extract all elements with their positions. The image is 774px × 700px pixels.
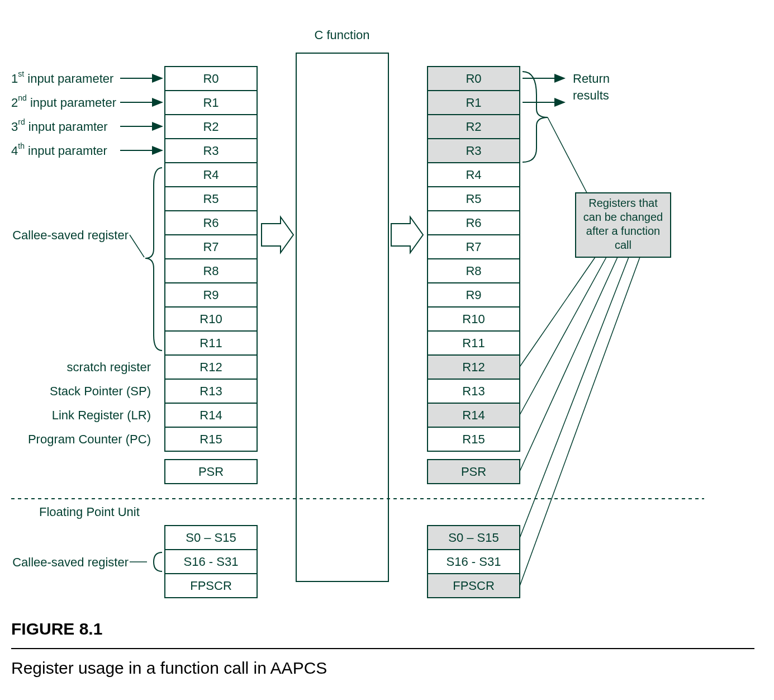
left-r2-label: R2 <box>203 120 219 134</box>
right-r9-label: R9 <box>466 288 481 302</box>
callee-saved-brace <box>145 168 162 351</box>
svg-line-8 <box>130 235 144 257</box>
right-r12-label: R12 <box>462 360 485 374</box>
note-line-4: call <box>615 239 631 251</box>
left-psr-label: PSR <box>198 465 224 479</box>
left-r5-label: R5 <box>203 192 219 206</box>
svg-line-14 <box>520 257 640 586</box>
pc-label: Program Counter (PC) <box>28 432 151 446</box>
right-r0-label: R0 <box>466 72 481 86</box>
svg-text:1st input parameter: 1st input parameter <box>11 69 113 86</box>
big-arrow-left <box>262 217 293 253</box>
left-r1-label: R1 <box>203 96 219 110</box>
right-r7-label: R7 <box>466 240 481 254</box>
right-fp-0-label: S0 – S15 <box>448 531 499 545</box>
svg-line-11 <box>520 257 606 415</box>
scratch-label: scratch register <box>67 360 151 374</box>
input-param-arrows <box>120 78 162 150</box>
left-register-stack: R0R1R2R3R4R5R6R7R8R9R10R11R12R13R14R15PS… <box>165 67 257 598</box>
right-fp-2-label: FPSCR <box>453 579 495 593</box>
input-param-labels: 1st input parameter 2nd input parameter … <box>11 69 116 158</box>
left-r6-label: R6 <box>203 216 219 230</box>
figure-caption: Register usage in a function call in AAP… <box>11 659 327 677</box>
return-label-1: Return <box>573 72 610 86</box>
big-arrow-right <box>391 217 423 253</box>
right-register-stack: R0R1R2R3R4R5R6R7R8R9R10R11R12R13R14R15PS… <box>428 67 520 598</box>
left-r8-label: R8 <box>203 264 219 278</box>
right-r2-label: R2 <box>466 120 481 134</box>
callee-saved-label: Callee-saved register <box>12 228 129 242</box>
note-line-1: Registers that <box>588 197 658 209</box>
right-r8-label: R8 <box>466 264 481 278</box>
svg-text:2nd input parameter: 2nd input parameter <box>11 93 116 110</box>
left-fp-2-label: FPSCR <box>190 579 232 593</box>
left-r7-label: R7 <box>203 240 219 254</box>
callee-saved-fp-label: Callee-saved register <box>12 555 129 569</box>
c-function-box <box>296 53 388 581</box>
lr-label: Link Register (LR) <box>52 408 151 422</box>
left-r10-label: R10 <box>200 312 222 326</box>
right-r5-label: R5 <box>466 192 481 206</box>
left-r3-label: R3 <box>203 144 219 158</box>
left-r12-label: R12 <box>200 360 222 374</box>
c-function-title: C function <box>314 28 369 42</box>
sp-label: Stack Pointer (SP) <box>50 384 151 398</box>
right-r13-label: R13 <box>462 384 485 398</box>
right-r15-label: R15 <box>462 432 485 446</box>
figure-title: FIGURE 8.1 <box>11 619 102 638</box>
right-r11-label: R11 <box>462 336 485 350</box>
right-r1-label: R1 <box>466 96 481 110</box>
note-line-2: can be changed <box>583 211 663 223</box>
right-psr-label: PSR <box>461 465 486 479</box>
svg-text:3rd input paramter: 3rd input paramter <box>11 117 108 134</box>
right-fp-1-label: S16 - S31 <box>447 555 501 569</box>
right-r0r3-brace <box>523 72 548 162</box>
left-r4-label: R4 <box>203 168 219 182</box>
svg-line-12 <box>520 257 618 471</box>
svg-line-10 <box>520 257 595 367</box>
left-r15-label: R15 <box>200 432 222 446</box>
right-r4-label: R4 <box>466 168 481 182</box>
svg-line-13 <box>520 257 629 538</box>
svg-text:4th input paramter: 4th input paramter <box>11 141 107 158</box>
fpu-label: Floating Point Unit <box>39 505 140 519</box>
left-r11-label: R11 <box>200 336 222 350</box>
right-r6-label: R6 <box>466 216 481 230</box>
right-r3-label: R3 <box>466 144 481 158</box>
svg-line-9 <box>548 117 591 201</box>
left-r9-label: R9 <box>203 288 219 302</box>
return-label-2: results <box>573 88 609 102</box>
left-r14-label: R14 <box>200 408 222 422</box>
note-connectors <box>520 257 640 586</box>
left-r0-label: R0 <box>203 72 219 86</box>
left-r13-label: R13 <box>200 384 222 398</box>
note-line-3: after a function <box>586 225 660 237</box>
left-fp-1-label: S16 - S31 <box>184 555 239 569</box>
aapcs-register-diagram: C function R0R1R2R3R4R5R6R7R8R9R10R11R12… <box>0 0 774 700</box>
callee-saved-fp-brace <box>154 552 162 571</box>
left-fp-0-label: S0 – S15 <box>186 531 236 545</box>
right-r10-label: R10 <box>462 312 485 326</box>
right-r14-label: R14 <box>462 408 485 422</box>
